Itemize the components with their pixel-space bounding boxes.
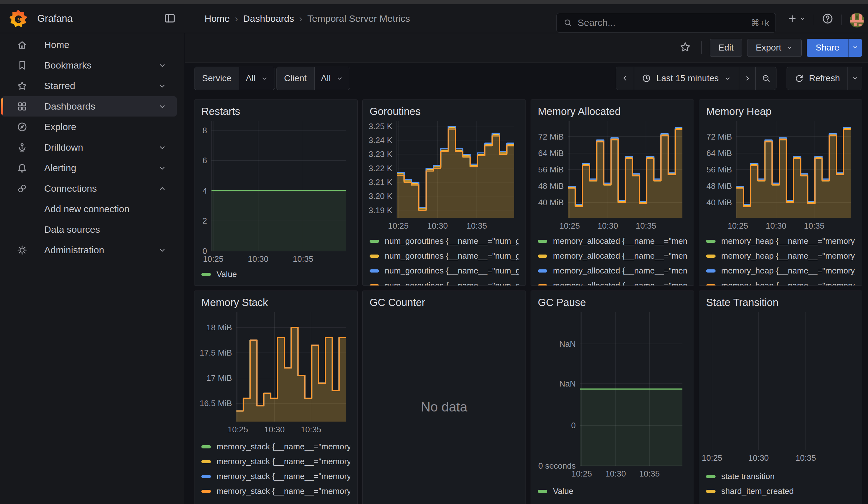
panel-legend: memory_heap {__name__="memory_hmemory_he… [699, 232, 862, 286]
svg-text:64 MiB: 64 MiB [706, 148, 732, 158]
add-button[interactable] [785, 12, 800, 27]
export-button[interactable]: Export [747, 39, 802, 57]
legend-item[interactable]: memory_stack {__name__="memory_s [202, 439, 350, 454]
chart-area[interactable]: 3.25 K3.24 K3.23 K3.22 K3.21 K3.20 K3.19… [363, 118, 526, 232]
legend-item[interactable]: num_goroutines {__name__="num_go [370, 263, 519, 278]
svg-text:72 MiB: 72 MiB [538, 132, 564, 142]
legend-item[interactable]: num_goroutines {__name__="num_go [370, 278, 519, 286]
legend-item[interactable]: Value [538, 484, 687, 498]
drilldown-icon [15, 141, 29, 154]
filter-service: ServiceAll [194, 66, 275, 90]
chart-area[interactable]: NaNNaN00 seconds10:2510:3010:35 [531, 309, 694, 480]
sidebar-item-home[interactable]: Home [1, 35, 177, 55]
time-range-picker[interactable]: Last 15 minutes [634, 67, 739, 90]
sidebar-item-add-new-connection[interactable]: Add new connection [1, 199, 177, 219]
panel-left-icon [164, 12, 176, 26]
edit-button[interactable]: Edit [710, 39, 742, 57]
legend-item[interactable]: shard_item_created [706, 484, 855, 498]
legend-item[interactable]: memory_stack {__name__="memory_s [202, 484, 350, 498]
chevron-down-icon[interactable] [157, 60, 168, 71]
header-left: Grafana [0, 4, 184, 33]
sidebar-item-alerting[interactable]: Alerting [1, 158, 177, 178]
search-input[interactable] [578, 17, 751, 28]
svg-text:17 MiB: 17 MiB [206, 373, 232, 383]
panel-title[interactable]: Memory Allocated [538, 105, 687, 118]
add-dropdown-button[interactable] [798, 12, 807, 27]
help-button[interactable] [820, 12, 835, 27]
panel-title[interactable]: Goroutines [370, 105, 519, 118]
sidebar-item-bookmarks[interactable]: Bookmarks [1, 55, 177, 75]
svg-text:0: 0 [571, 421, 576, 430]
chart-area[interactable]: 72 MiB64 MiB56 MiB48 MiB40 MiB10:2510:30… [531, 118, 694, 232]
sidebar-item-starred[interactable]: Starred [1, 76, 177, 96]
legend-item[interactable]: memory_heap {__name__="memory_h [706, 263, 855, 278]
refresh-interval-dropdown[interactable] [847, 67, 862, 90]
chevron-down-icon[interactable] [157, 80, 168, 92]
time-shift-back-button[interactable] [616, 67, 634, 90]
filter-value-dropdown[interactable]: All [239, 67, 274, 90]
share-button-group: Share [807, 39, 862, 57]
breadcrumb-item-dashboards[interactable]: Dashboards [243, 13, 294, 24]
legend-item[interactable]: memory_stack {__name__="memory_s [202, 454, 350, 469]
sidebar-item-label: Bookmarks [44, 60, 92, 71]
legend-series-marker [370, 269, 379, 272]
legend-item[interactable]: memory_allocated {__name__="memo [538, 278, 687, 286]
panel-legend: Value [531, 482, 694, 504]
chart-area[interactable]: 18 MiB17.5 MiB17 MiB16.5 MiB10:2510:3010… [194, 309, 357, 435]
sidebar-item-explore[interactable]: Explore [1, 117, 177, 137]
legend-item[interactable]: state transition [706, 469, 855, 484]
panel-memory-stack: Memory Stack18 MiB17.5 MiB17 MiB16.5 MiB… [194, 290, 358, 504]
legend-item[interactable]: num_goroutines {__name__="num_go [370, 234, 519, 248]
legend-item[interactable]: memory_allocated {__name__="memo [538, 263, 687, 278]
legend-item[interactable]: memory_allocated {__name__="memo [538, 248, 687, 263]
chart-area[interactable]: 72 MiB64 MiB56 MiB48 MiB40 MiB10:2510:30… [699, 118, 862, 232]
search-box[interactable]: ⌘+k [557, 13, 776, 32]
chevron-up-icon[interactable] [157, 183, 168, 194]
filter-value-dropdown[interactable]: All [314, 67, 350, 90]
svg-text:10:35: 10:35 [293, 254, 313, 264]
panel-title[interactable]: Memory Heap [706, 105, 855, 118]
sidebar-item-connections[interactable]: Connections [1, 178, 177, 199]
chevron-right-icon [743, 74, 752, 82]
breadcrumb-item-home[interactable]: Home [205, 13, 230, 24]
chart-area[interactable]: 0246810:2510:3010:35 [194, 118, 357, 265]
panel-gc-counter: GC CounterNo data [362, 290, 526, 504]
favorite-star-button[interactable] [678, 40, 693, 55]
sidebar-item-drilldown[interactable]: Drilldown [1, 137, 177, 157]
sidebar-item-dashboards[interactable]: Dashboards [1, 96, 177, 116]
chevron-down-icon[interactable] [157, 142, 168, 153]
panel-title[interactable]: Restarts [202, 105, 350, 118]
legend-item[interactable]: memory_heap {__name__="memory_h [706, 234, 855, 248]
chart-area[interactable]: 10:2510:3010:35 [699, 309, 862, 464]
panel-title[interactable]: State Transition [706, 297, 855, 309]
sidebar-item-data-sources[interactable]: Data sources [1, 219, 177, 240]
panel-title[interactable]: GC Counter [370, 297, 519, 309]
legend-item[interactable]: memory_allocated {__name__="memo [538, 234, 687, 248]
refresh-button[interactable]: Refresh [787, 67, 847, 90]
svg-text:16.5 MiB: 16.5 MiB [199, 399, 232, 408]
panel-legend: memory_allocated {__name__="memomemory_a… [531, 232, 694, 286]
share-button[interactable]: Share [807, 39, 848, 57]
svg-text:10:35: 10:35 [795, 453, 816, 463]
svg-text:10:25: 10:25 [388, 221, 409, 230]
sidebar-toggle-button[interactable] [163, 12, 177, 26]
legend-item[interactable]: memory_heap {__name__="memory_h [706, 278, 855, 286]
legend-series-marker [706, 284, 715, 286]
legend-series-label: Value [217, 269, 237, 279]
time-shift-forward-button[interactable] [739, 67, 755, 90]
svg-text:8: 8 [203, 126, 207, 135]
zoom-out-button[interactable] [755, 67, 776, 90]
panel-title[interactable]: GC Pause [538, 297, 687, 309]
chevron-down-icon[interactable] [157, 101, 168, 112]
legend-item[interactable]: Value [202, 267, 350, 282]
legend-item[interactable]: num_goroutines {__name__="num_go [370, 248, 519, 263]
share-dropdown-button[interactable] [848, 39, 862, 57]
legend-series-label: memory_heap {__name__="memory_h [721, 281, 855, 286]
chevron-down-icon[interactable] [157, 245, 168, 256]
legend-item[interactable]: memory_heap {__name__="memory_h [706, 248, 855, 263]
avatar[interactable] [850, 13, 864, 28]
chevron-down-icon[interactable] [157, 162, 168, 174]
legend-item[interactable]: memory_stack {__name__="memory_s [202, 469, 350, 484]
sidebar-item-administration[interactable]: Administration [1, 240, 177, 260]
panel-title[interactable]: Memory Stack [202, 297, 350, 309]
